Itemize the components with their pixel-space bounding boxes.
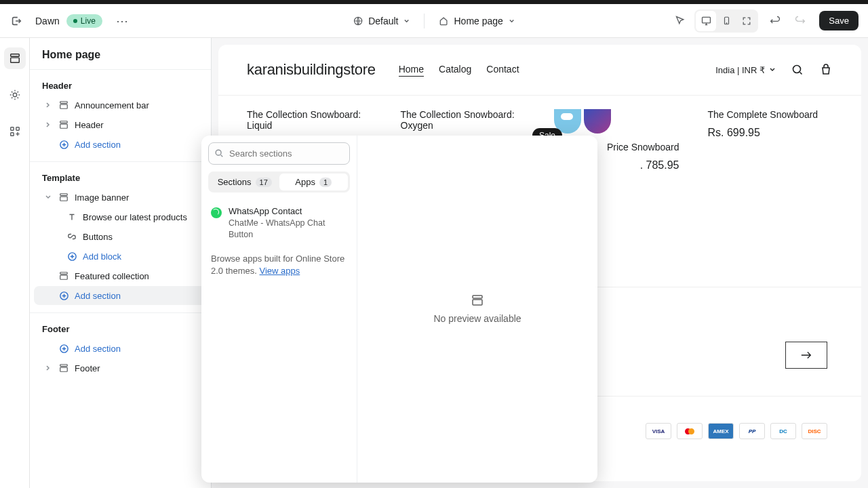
mobile-view-button[interactable] — [716, 11, 736, 31]
plus-circle-icon — [58, 290, 69, 301]
page-title: Home page — [30, 38, 211, 69]
plus-circle-icon — [66, 251, 77, 262]
section-featured-collection[interactable]: Featured collection — [34, 266, 207, 285]
section-icon — [58, 270, 69, 281]
block-heading[interactable]: Browse our latest products — [34, 207, 207, 226]
nav-contact[interactable]: Contact — [486, 64, 519, 77]
svg-point-24 — [793, 66, 801, 73]
live-status-badge: Live — [66, 14, 102, 28]
section-icon — [58, 119, 69, 130]
svg-rect-26 — [473, 296, 482, 298]
product-thumb — [584, 109, 611, 134]
inspector-button[interactable] — [670, 11, 690, 31]
svg-rect-19 — [60, 275, 68, 279]
undo-button[interactable] — [765, 11, 785, 31]
app-whatsapp-contact[interactable]: WhatsApp Contact ChatMe - WhatsApp Chat … — [208, 202, 350, 245]
page-dropdown[interactable]: Home page — [438, 16, 515, 26]
svg-point-25 — [216, 150, 221, 155]
theme-settings-rail-button[interactable] — [4, 84, 26, 106]
sections-rail-button[interactable] — [4, 47, 26, 69]
chevron-down-icon — [508, 17, 515, 24]
theme-name: Dawn — [35, 16, 60, 26]
browse-apps-text: Browse apps built for Online Store 2.0 t… — [208, 253, 350, 277]
text-icon — [66, 211, 77, 222]
svg-rect-8 — [16, 127, 19, 131]
whatsapp-icon — [211, 207, 222, 218]
chevron-right-icon — [45, 121, 52, 128]
svg-rect-22 — [60, 367, 68, 371]
svg-rect-1 — [702, 17, 710, 23]
footer-group-label: Footer — [30, 320, 211, 338]
svg-rect-16 — [60, 197, 68, 201]
store-name: karanisbuildingstore — [247, 61, 376, 79]
add-header-section-button[interactable]: Add section — [34, 135, 207, 154]
view-apps-link[interactable]: View apps — [260, 266, 300, 276]
svg-rect-27 — [473, 300, 482, 305]
tab-apps[interactable]: Apps 1 — [279, 174, 349, 190]
section-announcement-bar[interactable]: Announcement bar — [34, 96, 207, 115]
section-icon — [58, 363, 69, 373]
svg-rect-13 — [60, 124, 68, 128]
svg-rect-4 — [10, 54, 19, 57]
svg-rect-7 — [10, 127, 14, 131]
apps-rail-button[interactable] — [4, 121, 26, 142]
svg-rect-23 — [60, 365, 68, 367]
chevron-right-icon — [45, 102, 52, 108]
block-buttons[interactable]: Buttons — [34, 227, 207, 246]
cart-icon[interactable] — [819, 63, 833, 77]
style-dropdown[interactable]: Default — [353, 16, 410, 26]
locale-dropdown[interactable]: India | INR ₹ — [715, 65, 776, 75]
desktop-view-button[interactable] — [696, 11, 716, 31]
exit-editor-button[interactable] — [9, 14, 23, 28]
add-template-section-button[interactable]: Add section — [34, 286, 207, 305]
svg-rect-11 — [60, 104, 68, 108]
add-block-button[interactable]: Add block — [34, 247, 207, 266]
chevron-right-icon — [45, 365, 52, 371]
svg-rect-18 — [60, 272, 68, 274]
section-icon — [58, 100, 69, 110]
more-actions-button[interactable]: ⋯ — [113, 12, 132, 30]
section-header[interactable]: Header — [34, 115, 207, 134]
chevron-down-icon — [403, 17, 410, 24]
header-group-label: Header — [30, 77, 211, 95]
no-preview-label: No preview available — [433, 313, 521, 324]
svg-rect-10 — [60, 102, 68, 104]
section-footer[interactable]: Footer — [34, 359, 207, 378]
product-card[interactable]: The Complete Snowboard Rs. 699.95 — [708, 109, 833, 171]
section-image-banner[interactable]: Image banner — [34, 188, 207, 207]
search-icon[interactable] — [791, 63, 804, 77]
nav-catalog[interactable]: Catalog — [439, 64, 471, 77]
plus-circle-icon — [58, 139, 69, 150]
redo-button[interactable] — [789, 11, 810, 31]
search-icon — [214, 148, 224, 158]
section-icon — [471, 294, 484, 306]
svg-rect-5 — [10, 58, 19, 62]
chevron-down-icon — [45, 194, 52, 201]
svg-point-6 — [13, 93, 16, 96]
link-icon — [66, 231, 77, 242]
svg-rect-9 — [10, 133, 14, 136]
svg-rect-15 — [60, 194, 68, 196]
nav-home[interactable]: Home — [399, 64, 424, 77]
payment-icons: VISA AMEX PP DC DISC — [646, 423, 827, 439]
fullscreen-view-button[interactable] — [736, 11, 757, 31]
add-footer-section-button[interactable]: Add section — [34, 339, 207, 358]
tab-sections[interactable]: Sections 17 — [210, 174, 279, 190]
svg-point-3 — [726, 23, 727, 24]
svg-rect-12 — [60, 121, 68, 123]
search-sections-input[interactable] — [208, 142, 350, 165]
template-group-label: Template — [30, 169, 211, 187]
section-icon — [58, 192, 69, 203]
chevron-down-icon — [769, 66, 776, 73]
add-section-popover: Sections 17 Apps 1 WhatsApp Contact Chat… — [201, 136, 597, 483]
save-button[interactable]: Save — [819, 11, 859, 30]
email-submit-button[interactable] — [785, 342, 827, 369]
plus-circle-icon — [58, 343, 69, 354]
